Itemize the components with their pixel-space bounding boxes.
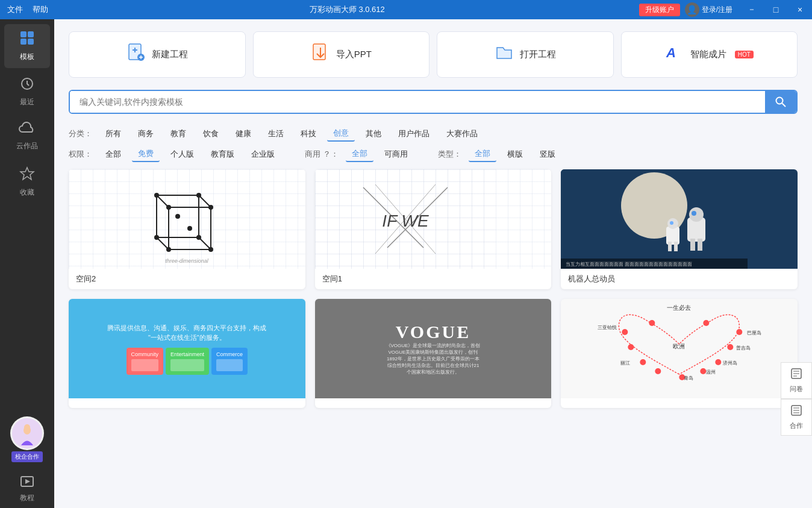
template-robot[interactable]: 当互力相互面面面面面面面 面面面面面面面面面面面面面面 机器人总动员 xyxy=(561,169,798,289)
svg-text:普吉岛: 普吉岛 xyxy=(737,345,751,351)
cat-life[interactable]: 生活 xyxy=(262,127,290,141)
svg-line-26 xyxy=(199,237,211,249)
cooperate-button[interactable]: 合作 xyxy=(781,399,812,436)
svg-point-28 xyxy=(166,205,171,210)
template-thumb-space2: three-dimensional xyxy=(69,169,305,269)
template-space2[interactable]: three-dimensional 空间2 xyxy=(69,169,305,289)
search-bar xyxy=(69,90,798,114)
sidebar-item-favorites[interactable]: 收藏 xyxy=(4,160,50,204)
minimize-button[interactable]: － xyxy=(740,0,764,19)
cat-other[interactable]: 其他 xyxy=(360,127,387,141)
cat-creative[interactable]: 创意 xyxy=(327,126,355,142)
template-label-robot: 机器人总动员 xyxy=(561,269,798,289)
com-all[interactable]: 全部 xyxy=(346,146,373,162)
lic-all[interactable]: 全部 xyxy=(99,147,127,161)
com-ok[interactable]: 可商用 xyxy=(378,147,414,161)
tutorial-icon xyxy=(20,474,34,491)
import-ppt-button[interactable]: 导入PPT xyxy=(253,31,430,78)
category-label: 分类： xyxy=(69,128,92,139)
cat-tech[interactable]: 科技 xyxy=(295,127,322,141)
ai-video-button[interactable]: A 智能成片 HOT xyxy=(621,31,798,78)
sidebar-item-recent[interactable]: 最近 xyxy=(4,71,50,113)
template-label-travel xyxy=(561,398,798,408)
sidebar-item-templates[interactable]: 模板 xyxy=(4,24,50,68)
template-thumb-tencent: 腾讯提供信息、沟通、娱乐、商务四大平台支持，构成"一站式在线生活"的服务。 Co… xyxy=(69,299,305,398)
maximize-button[interactable]: □ xyxy=(764,0,788,19)
hot-badge: HOT xyxy=(735,51,754,58)
new-project-icon xyxy=(126,43,146,66)
enterprise-cooperation[interactable]: 校企合作 xyxy=(10,416,44,462)
search-button[interactable] xyxy=(765,91,796,113)
svg-point-75 xyxy=(622,329,628,335)
cat-business[interactable]: 商务 xyxy=(132,127,160,141)
window-controls: － □ × xyxy=(740,0,812,19)
template-thumb-robot: 当互力相互面面面面面面面 面面面面面面面面面面面面面面 xyxy=(561,169,798,269)
license-label: 权限： xyxy=(69,149,92,160)
cat-contest[interactable]: 大赛作品 xyxy=(440,127,484,141)
svg-point-74 xyxy=(628,344,634,350)
menu-help[interactable]: 帮助 xyxy=(33,4,48,15)
cat-food[interactable]: 饮食 xyxy=(197,127,225,141)
svg-rect-50 xyxy=(690,239,695,251)
open-project-button[interactable]: 打开工程 xyxy=(437,31,614,78)
template-vogue[interactable]: VOGUE 《VOGUE》是全球最一流的时尚杂志，首创VOGUE美国康纳斯特集团… xyxy=(315,299,552,408)
avatar: 👤 xyxy=(685,2,699,17)
titlebar-menu: 文件 帮助 xyxy=(0,4,55,15)
type-all[interactable]: 全部 xyxy=(469,146,496,162)
svg-point-48 xyxy=(689,207,704,222)
lic-personal[interactable]: 个人版 xyxy=(164,147,200,161)
svg-point-63 xyxy=(728,344,734,350)
template-space1[interactable]: IF WE 空间1 xyxy=(315,169,552,289)
svg-text:three-dimensional: three-dimensional xyxy=(166,258,210,264)
survey-icon xyxy=(790,368,802,383)
app-body: 模板 最近 云作品 xyxy=(0,19,812,508)
svg-point-31 xyxy=(166,247,171,252)
new-project-label: 新建工程 xyxy=(152,49,188,60)
svg-point-30 xyxy=(208,247,213,252)
svg-point-65 xyxy=(716,359,722,365)
quick-actions: 新建工程 导入PPT 打开工程 xyxy=(69,31,798,78)
cooperate-icon xyxy=(790,404,802,419)
template-tencent[interactable]: 腾讯提供信息、沟通、娱乐、商务四大平台支持，构成"一站式在线生活"的服务。 Co… xyxy=(69,299,305,408)
import-ppt-label: 导入PPT xyxy=(336,49,372,60)
lic-enterprise[interactable]: 企业版 xyxy=(245,147,281,161)
svg-text:温州: 温州 xyxy=(707,369,716,375)
svg-line-25 xyxy=(199,195,211,207)
cat-all[interactable]: 所有 xyxy=(99,127,127,141)
ai-icon: A xyxy=(665,43,684,66)
svg-text:IF WE: IF WE xyxy=(382,212,429,230)
svg-point-71 xyxy=(655,368,661,374)
cat-health[interactable]: 健康 xyxy=(230,127,257,141)
recent-icon xyxy=(20,77,34,95)
type-label: 类型： xyxy=(438,149,461,160)
cat-user[interactable]: 用户作品 xyxy=(392,127,436,141)
sidebar-item-tutorial[interactable]: 教程 xyxy=(15,469,39,508)
commercial-label: 商用 ？： xyxy=(305,149,339,160)
close-button[interactable]: × xyxy=(788,0,812,19)
svg-text:欧洲: 欧洲 xyxy=(673,343,686,350)
user-login[interactable]: 👤 登录/注册 xyxy=(685,2,732,17)
lic-education[interactable]: 教育版 xyxy=(205,147,240,161)
svg-line-27 xyxy=(157,237,169,249)
type-portrait[interactable]: 竖版 xyxy=(534,147,561,161)
svg-line-24 xyxy=(157,195,169,207)
svg-point-49 xyxy=(692,211,696,216)
sidebar-item-cloud[interactable]: 云作品 xyxy=(4,116,50,157)
template-travel[interactable]: 一生必去 巴厘岛 普吉岛 济州岛 温州 xyxy=(561,299,798,408)
svg-text:丽江: 丽江 xyxy=(621,360,631,366)
search-input[interactable] xyxy=(70,91,765,113)
survey-button[interactable]: 问卷 xyxy=(781,362,812,399)
svg-rect-55 xyxy=(668,242,672,251)
svg-marker-5 xyxy=(20,168,34,180)
upgrade-button[interactable]: 升级账户 xyxy=(639,4,680,16)
template-thumb-travel: 一生必去 巴厘岛 普吉岛 济州岛 温州 xyxy=(561,299,798,398)
ai-video-label: 智能成片 xyxy=(690,49,726,60)
lic-free[interactable]: 免费 xyxy=(132,146,160,162)
menu-file[interactable]: 文件 xyxy=(7,4,23,15)
svg-rect-56 xyxy=(674,242,678,251)
type-landscape[interactable]: 横版 xyxy=(501,147,529,161)
cloud-icon xyxy=(19,122,36,139)
cat-education[interactable]: 教育 xyxy=(164,127,192,141)
new-project-button[interactable]: 新建工程 xyxy=(69,31,246,78)
template-label-space2: 空间2 xyxy=(69,269,305,289)
